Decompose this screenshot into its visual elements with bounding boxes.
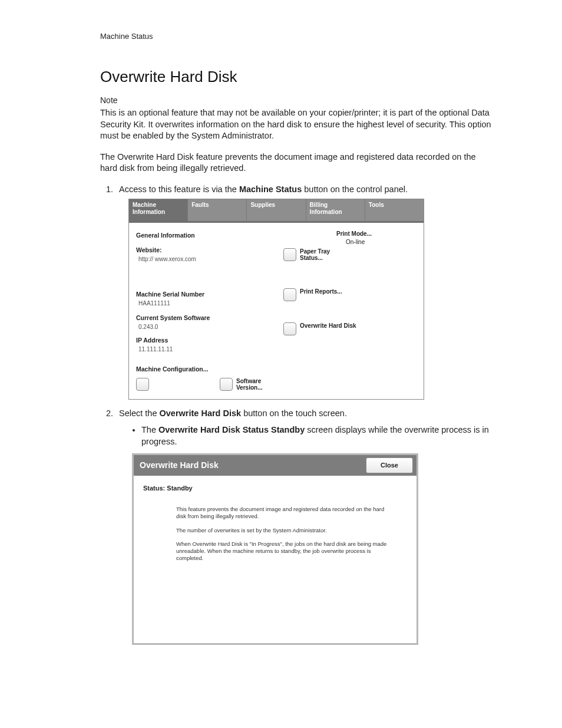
step-1-text-a: Access to this feature is via the <box>119 185 239 194</box>
website-value: http:// www.xerox.com <box>138 255 283 263</box>
tab-bar: Machine Information Faults Supplies Bill… <box>129 199 424 223</box>
step-2-text-a: Select the <box>119 409 160 418</box>
print-reports-button[interactable] <box>283 288 296 301</box>
overwrite-hard-disk-label: Overwrite Hard Disk <box>300 322 356 329</box>
overwrite-desc-1: This feature prevents the document image… <box>176 506 388 520</box>
step-1-text-b: button on the control panel. <box>302 185 408 194</box>
note-label: Note <box>100 95 491 105</box>
overwrite-hard-disk-button[interactable] <box>283 322 296 335</box>
website-label: Website: <box>136 246 283 254</box>
software-version-label: Software Version... <box>236 378 262 391</box>
section-title: Overwrite Hard Disk <box>100 68 491 86</box>
print-reports-label: Print Reports... <box>300 288 342 295</box>
running-header: Machine Status <box>100 32 491 41</box>
step-2-text-b: button on the touch screen. <box>241 409 347 418</box>
tab-machine-information[interactable]: Machine Information <box>129 199 188 221</box>
ip-address-label: IP Address <box>136 336 283 344</box>
machine-configuration-label: Machine Configuration... <box>136 365 283 373</box>
print-mode-value: On-line <box>346 238 424 246</box>
close-button[interactable]: Close <box>366 457 413 473</box>
paper-tray-status-label: Paper Tray Status... <box>300 248 330 261</box>
current-software-label: Current System Software <box>136 314 283 322</box>
step-2-bullet: The Overwrite Hard Disk Status Standby s… <box>141 424 491 447</box>
machine-configuration-button[interactable] <box>136 378 149 391</box>
print-mode-label: Print Mode... <box>336 230 372 237</box>
overwrite-panel-title: Overwrite Hard Disk <box>134 455 362 476</box>
step-2-bold: Overwrite Hard Disk <box>160 409 242 418</box>
overwrite-status-panel: Overwrite Hard Disk Close Status: Standb… <box>132 453 418 645</box>
note-body: This is an optional feature that may not… <box>100 107 491 142</box>
step-1: Access to this feature is via the Machin… <box>115 184 491 400</box>
paper-tray-status-button[interactable] <box>283 248 296 261</box>
step-2: Select the Overwrite Hard Disk button on… <box>115 408 491 645</box>
serial-value: HAA111111 <box>138 299 283 308</box>
bullet-text-a: The <box>141 425 158 434</box>
overwrite-desc-2: The number of overwrites is set by the S… <box>176 527 388 534</box>
step-1-bold: Machine Status <box>239 185 302 194</box>
tab-tools[interactable]: Tools <box>365 199 424 221</box>
machine-info-panel: Machine Information Faults Supplies Bill… <box>128 199 424 400</box>
tab-faults[interactable]: Faults <box>188 199 247 221</box>
tab-supplies[interactable]: Supplies <box>247 199 306 221</box>
software-version-button[interactable] <box>220 378 233 391</box>
overwrite-desc-3: When Overwrite Hard Disk is "In Progress… <box>176 541 388 562</box>
ip-address-value: 11.111.11.11 <box>138 345 283 354</box>
bullet-bold: Overwrite Hard Disk Status Standby <box>158 425 305 434</box>
overwrite-status: Status: Standby <box>143 484 407 493</box>
intro-paragraph: The Overwrite Hard Disk feature prevents… <box>100 151 491 174</box>
general-information-heading: General Information <box>136 231 283 239</box>
serial-label: Machine Serial Number <box>136 290 283 298</box>
tab-billing-information[interactable]: Billing Information <box>306 199 365 221</box>
current-software-value: 0.243.0 <box>138 323 283 331</box>
